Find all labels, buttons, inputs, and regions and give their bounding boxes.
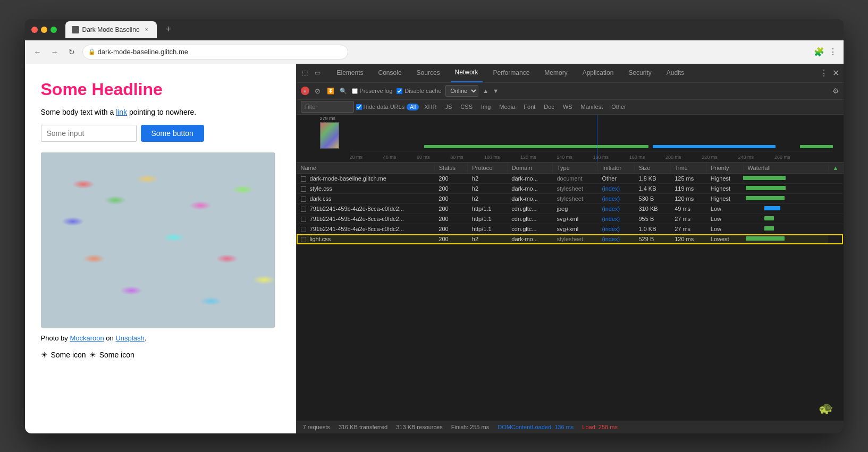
tab-network[interactable]: Network (451, 64, 483, 83)
hide-data-urls-checkbox[interactable]: Hide data URLs (356, 104, 405, 110)
throttle-select[interactable]: Online (445, 85, 478, 97)
filter-toggle-button[interactable]: ⏬ (326, 87, 335, 95)
devtools-close-icon[interactable]: ✕ (832, 68, 839, 78)
tab-console[interactable]: Console (374, 64, 406, 83)
status-dom-content-loaded[interactable]: DOMContentLoaded: 136 ms (498, 424, 574, 430)
filter-input[interactable] (301, 101, 354, 113)
timeline-bar-green (424, 145, 649, 148)
ruler-60ms: 60 ms (417, 155, 430, 160)
maximize-button[interactable] (50, 27, 57, 33)
col-name[interactable]: Name (297, 163, 435, 174)
timeline-bar-blue (653, 145, 776, 148)
photo-credit-mid: on (104, 334, 116, 342)
cell-time: 125 ms (670, 173, 706, 183)
turtle-icon: 🐢 (819, 402, 833, 415)
tab-security[interactable]: Security (624, 64, 655, 83)
ruler-240ms: 240 ms (738, 155, 754, 160)
col-status[interactable]: Status (434, 163, 468, 174)
filter-ws[interactable]: WS (560, 103, 576, 110)
waterfall-bar (764, 206, 780, 210)
col-sort-icon[interactable]: ▲ (828, 163, 843, 174)
filter-media[interactable]: Media (496, 103, 518, 110)
filter-xhr[interactable]: XHR (421, 103, 440, 110)
devtools-toolbar-right: ⋮ ✕ (820, 68, 839, 78)
disable-cache-checkbox[interactable]: Disable cache (397, 88, 441, 94)
page-body-text: Some body text with a link pointing to n… (41, 108, 280, 116)
photo-author-link[interactable]: Mockaroon (70, 334, 104, 342)
cell-protocol: h2 (468, 193, 508, 203)
col-type[interactable]: Type (552, 163, 597, 174)
body-text-before-link: Some body text with a (41, 108, 116, 116)
address-bar: ← → ↻ 🔒 dark-mode-baseline.glitch.me 🧩 ⋮ (25, 40, 844, 64)
table-row[interactable]: light.css 200 h2 dark-mo... stylesheet (… (297, 234, 844, 244)
minimize-button[interactable] (41, 27, 47, 33)
tab-performance[interactable]: Performance (489, 64, 534, 83)
filter-img[interactable]: Img (478, 103, 494, 110)
table-row[interactable]: dark.css 200 h2 dark-mo... stylesheet (i… (297, 193, 844, 203)
tab-audits[interactable]: Audits (662, 64, 688, 83)
table-row[interactable]: 791b2241-459b-4a2e-8cca-c0fdc2... 200 ht… (297, 214, 844, 224)
waterfall-bar (746, 236, 785, 241)
device-icon[interactable]: ▭ (314, 69, 322, 77)
col-domain[interactable]: Domain (507, 163, 552, 174)
reload-button[interactable]: ↻ (65, 46, 78, 58)
close-button[interactable] (31, 27, 38, 33)
tab-application[interactable]: Application (578, 64, 618, 83)
icon-label-2: Some icon (99, 351, 134, 359)
extensions-icon[interactable]: 🧩 (814, 47, 824, 57)
browser-tab[interactable]: Dark Mode Baseline × (65, 21, 157, 38)
inspect-icon[interactable]: ⬚ (301, 69, 309, 77)
filter-js[interactable]: JS (442, 103, 456, 110)
col-initiator[interactable]: Initiator (598, 163, 635, 174)
col-time[interactable]: Time (670, 163, 706, 174)
col-protocol[interactable]: Protocol (468, 163, 508, 174)
back-button[interactable]: ← (31, 46, 44, 58)
body-link[interactable]: link (116, 108, 127, 116)
cell-size: 1.8 KB (635, 173, 671, 183)
filter-css[interactable]: CSS (457, 103, 476, 110)
dom-content-loaded-line (597, 115, 597, 162)
search-button[interactable]: 🔍 (339, 87, 348, 95)
record-stop-button[interactable]: ● (301, 87, 309, 95)
devtools-settings-icon[interactable]: ⚙ (832, 86, 839, 96)
clear-button[interactable]: ⊘ (314, 87, 322, 95)
forward-button[interactable]: → (48, 46, 61, 58)
status-transferred: 316 KB transferred (339, 424, 387, 430)
row-icon (301, 197, 306, 202)
filter-other[interactable]: Other (608, 103, 629, 110)
unsplash-link[interactable]: Unsplash (115, 334, 144, 342)
cell-waterfall (743, 234, 828, 244)
col-waterfall[interactable]: Waterfall (743, 163, 828, 174)
tab-sources[interactable]: Sources (412, 64, 444, 83)
photo-credit-end: . (145, 334, 147, 342)
some-button[interactable]: Some button (141, 125, 204, 142)
some-input[interactable] (41, 125, 137, 142)
filter-doc[interactable]: Doc (541, 103, 558, 110)
col-size[interactable]: Size (635, 163, 671, 174)
new-tab-button[interactable]: + (161, 22, 176, 37)
table-row[interactable]: 791b2241-459b-4a2e-8cca-c0fdc2... 200 ht… (297, 203, 844, 214)
network-table-wrapper[interactable]: Name Status Protocol Domain Type Initiat… (297, 163, 844, 421)
sun-icon-1: ☀ (41, 351, 48, 359)
filter-manifest[interactable]: Manifest (578, 103, 606, 110)
more-tools-icon[interactable]: ⋮ (820, 68, 828, 78)
cell-time: 120 ms (670, 234, 706, 244)
cell-domain: cdn.gltc... (507, 224, 552, 234)
table-row[interactable]: dark-mode-baseline.glitch.me 200 h2 dark… (297, 173, 844, 183)
cell-name: 791b2241-459b-4a2e-8cca-c0fdc2... (297, 224, 435, 234)
cell-size: 955 B (635, 214, 671, 224)
cell-time: 27 ms (670, 214, 706, 224)
table-row[interactable]: 791b2241-459b-4a2e-8cca-c0fdc2... 200 ht… (297, 224, 844, 234)
main-area: Some Headline Some body text with a link… (25, 64, 844, 433)
tab-memory[interactable]: Memory (540, 64, 571, 83)
tab-elements[interactable]: Elements (333, 64, 368, 83)
more-options-icon[interactable]: ⋮ (829, 47, 837, 57)
url-bar[interactable]: 🔒 dark-mode-baseline.glitch.me (82, 45, 348, 59)
preserve-log-checkbox[interactable]: Preserve log (352, 88, 393, 94)
col-priority[interactable]: Priority (706, 163, 743, 174)
devtools-tab-bar: ⬚ ▭ Elements Console Sources Network Per… (297, 64, 844, 83)
filter-font[interactable]: Font (520, 103, 538, 110)
table-row[interactable]: style.css 200 h2 dark-mo... stylesheet (… (297, 183, 844, 193)
timeline-bars (424, 143, 833, 150)
tab-close-button[interactable]: × (143, 26, 150, 33)
